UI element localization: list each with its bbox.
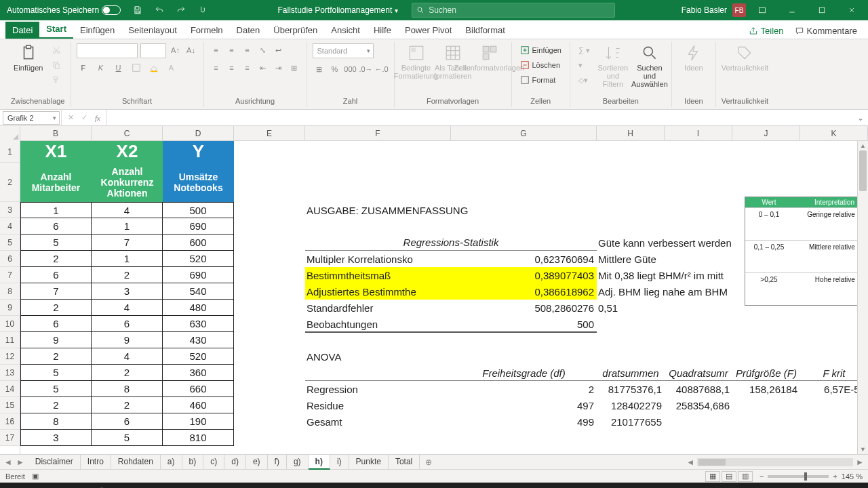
- hscroll-right-icon[interactable]: ►: [856, 458, 864, 467]
- select-all-corner[interactable]: [0, 126, 20, 141]
- align-middle-icon[interactable]: ≡: [225, 43, 239, 57]
- row-header-10[interactable]: 10: [0, 316, 20, 332]
- document-title[interactable]: Fallstudie Portfoliomanagement ▾: [277, 5, 398, 15]
- cell-C10[interactable]: 6: [92, 316, 163, 332]
- interpretation-box[interactable]: WertInterpretation0 – 0,1Geringe relativ…: [745, 197, 857, 306]
- autosave-toggle[interactable]: Automatisches Speichern: [3, 4, 125, 16]
- taskbar-search-icon[interactable]: [31, 483, 58, 488]
- cell-D9[interactable]: 480: [163, 300, 234, 316]
- sheet-tab-Rohdaten[interactable]: Rohdaten: [111, 455, 161, 470]
- cut-button[interactable]: [49, 43, 64, 57]
- comments-button[interactable]: Kommentare: [789, 23, 863, 39]
- copy-button[interactable]: [49, 58, 64, 72]
- taskbar-firefox-icon[interactable]: [174, 483, 201, 488]
- ribbon-tab-daten[interactable]: Daten: [230, 22, 267, 39]
- sheet-tab-h[interactable]: h): [309, 455, 330, 470]
- sheet-nav-prev-icon[interactable]: ◄: [4, 458, 12, 467]
- column-headers[interactable]: BCDEFGHIJK: [0, 126, 868, 141]
- cell-D6[interactable]: 520: [163, 251, 234, 267]
- sheet-tab-Intro[interactable]: Intro: [81, 455, 111, 470]
- clear-button[interactable]: ◇▾: [576, 73, 593, 87]
- sheet-tab-b[interactable]: b): [182, 455, 204, 470]
- cell-B7[interactable]: 6: [20, 267, 92, 283]
- indent-dec-icon[interactable]: ⇤: [256, 61, 270, 75]
- share-button[interactable]: Teilen: [743, 23, 789, 39]
- cell-B13[interactable]: 5: [20, 365, 92, 381]
- row-header-2[interactable]: 2: [0, 163, 20, 202]
- find-select-button[interactable]: Suchen und Auswählen: [633, 43, 666, 88]
- thousands-icon[interactable]: 000: [344, 62, 357, 76]
- sheet-tab-i[interactable]: i): [330, 455, 349, 470]
- currency-icon[interactable]: ⊞: [313, 62, 326, 76]
- border-icon[interactable]: [130, 61, 143, 75]
- redo-icon[interactable]: [172, 1, 190, 19]
- ribbon-tab-überprüfen[interactable]: Überprüfen: [267, 22, 324, 39]
- cell-C16[interactable]: 6: [92, 413, 163, 430]
- ribbon-tab-start[interactable]: Start: [39, 20, 73, 39]
- col-header-K[interactable]: K: [800, 126, 868, 140]
- scroll-down-icon[interactable]: ▼: [858, 445, 868, 454]
- format-painter-button[interactable]: [49, 73, 64, 87]
- cell-B5[interactable]: 5: [20, 235, 92, 251]
- cell-B6[interactable]: 2: [20, 251, 92, 267]
- formula-input[interactable]: [107, 111, 853, 125]
- cell-B16[interactable]: 8: [20, 413, 92, 430]
- cell-C3[interactable]: 4: [92, 202, 163, 218]
- cell-D16[interactable]: 190: [163, 413, 234, 430]
- cell-C5[interactable]: 7: [92, 235, 163, 251]
- add-sheet-button[interactable]: ⊕: [420, 458, 437, 467]
- cell-D10[interactable]: 630: [163, 316, 234, 332]
- view-page-break-icon[interactable]: ▥: [738, 471, 753, 482]
- inc-decimal-icon[interactable]: .0→: [359, 62, 373, 76]
- cell-D13[interactable]: 360: [163, 365, 234, 381]
- taskbar-app-2[interactable]: [88, 483, 115, 488]
- sheet-tab-d[interactable]: d): [224, 455, 246, 470]
- wrap-text-icon[interactable]: ↩: [272, 43, 285, 57]
- decrease-font-icon[interactable]: A↓: [184, 43, 198, 57]
- autosave-switch-icon[interactable]: [102, 5, 121, 15]
- autosum-button[interactable]: ∑ ▾: [576, 43, 593, 57]
- ribbon-tab-bildformat[interactable]: Bildformat: [458, 22, 512, 39]
- fx-icon[interactable]: fx: [92, 114, 104, 122]
- percent-icon[interactable]: %: [328, 62, 342, 76]
- row-header-9[interactable]: 9: [0, 300, 20, 316]
- insert-cells-button[interactable]: Einfügen: [517, 43, 564, 57]
- ribbon-tab-hilfe[interactable]: Hilfe: [367, 22, 398, 39]
- ribbon-tab-seitenlayout[interactable]: Seitenlayout: [121, 22, 184, 39]
- font-family-combo[interactable]: [77, 43, 138, 58]
- row-header-3[interactable]: 3: [0, 202, 20, 218]
- row-header-16[interactable]: 16: [0, 413, 20, 430]
- col-header-G[interactable]: G: [451, 126, 597, 140]
- cells-area[interactable]: X1X2YAnzahlMitarbeiterAnzahlKonkurrenzAk…: [20, 141, 857, 454]
- ribbon-tab-einfügen[interactable]: Einfügen: [73, 22, 121, 39]
- format-as-table-button[interactable]: Als Tabelle formatieren: [437, 43, 469, 80]
- col-header-C[interactable]: C: [92, 126, 163, 140]
- paste-button[interactable]: Einfügen: [12, 43, 45, 72]
- zoom-slider[interactable]: [768, 475, 829, 478]
- cell-D3[interactable]: 500: [163, 202, 234, 218]
- merge-icon[interactable]: ⊞: [288, 61, 301, 75]
- cell-B15[interactable]: 2: [20, 397, 92, 413]
- user-avatar[interactable]: FB: [732, 3, 746, 17]
- cancel-formula-icon[interactable]: ✕: [64, 113, 77, 122]
- orientation-icon[interactable]: ⤡: [256, 43, 270, 57]
- sheet-tab-Disclaimer[interactable]: Disclaimer: [28, 455, 81, 470]
- scroll-up-icon[interactable]: ▲: [858, 141, 868, 150]
- font-color-icon[interactable]: A: [165, 61, 178, 75]
- col-header-E[interactable]: E: [234, 126, 305, 140]
- cell-B3[interactable]: 1: [20, 202, 92, 218]
- cell-D5[interactable]: 600: [163, 235, 234, 251]
- cell-B12[interactable]: 2: [20, 348, 92, 365]
- row-header-15[interactable]: 15: [0, 397, 20, 413]
- ideas-button[interactable]: Ideen: [677, 43, 710, 72]
- row-header-5[interactable]: 5: [0, 235, 20, 251]
- taskbar-excel-icon[interactable]: X: [117, 483, 144, 488]
- col-header-D[interactable]: D: [163, 126, 234, 140]
- align-bottom-icon[interactable]: ≡: [241, 43, 254, 57]
- row-header-7[interactable]: 7: [0, 267, 20, 283]
- taskbar-app-1[interactable]: [60, 483, 87, 488]
- col-header-J[interactable]: J: [732, 126, 800, 140]
- cell-C17[interactable]: 5: [92, 430, 163, 446]
- row-headers[interactable]: 1234567891011121314151617: [0, 141, 20, 454]
- horizontal-scrollbar[interactable]: ◄ ►: [682, 458, 868, 467]
